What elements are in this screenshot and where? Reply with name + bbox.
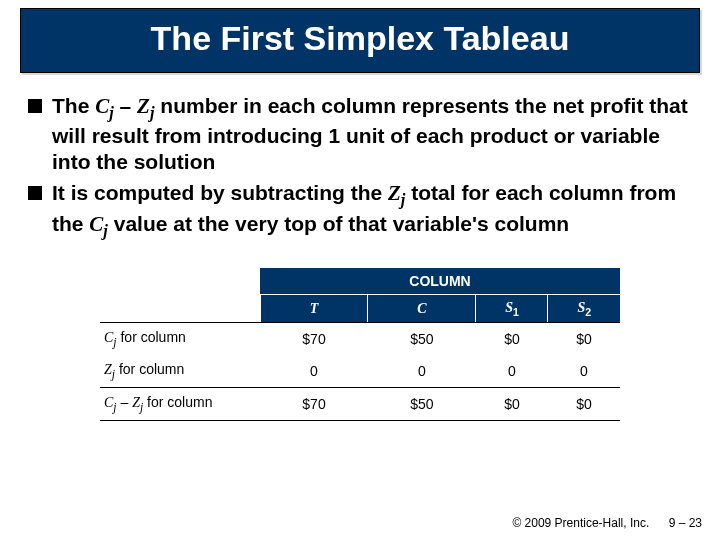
row-label-cj: Cj for column: [100, 323, 260, 355]
title-banner: The First Simplex Tableau: [20, 8, 700, 73]
cell-cj-S2: $0: [548, 323, 620, 355]
table-corner: [100, 267, 260, 294]
tableau-table: COLUMN T C S1 S2 Cj for column $70 $50 $…: [100, 267, 620, 421]
bullet-1: The Cj – Zj number in each column repres…: [28, 93, 692, 174]
copyright-text: © 2009 Prentice-Hall, Inc.: [512, 516, 649, 530]
col-header-C: C: [368, 294, 476, 323]
column-group-header: COLUMN: [260, 267, 620, 294]
col-header-S2: S2: [548, 294, 620, 323]
bullet-square-icon: [28, 99, 42, 113]
bullet-list: The Cj – Zj number in each column repres…: [28, 93, 692, 241]
col-header-T: T: [260, 294, 368, 323]
table-corner-2: [100, 294, 260, 323]
cell-zj-T: 0: [260, 355, 368, 387]
cell-cj-C: $50: [368, 323, 476, 355]
cell-cjzj-S1: $0: [476, 388, 548, 421]
cell-cjzj-S2: $0: [548, 388, 620, 421]
bullet-1-text: The Cj – Zj number in each column repres…: [52, 93, 692, 174]
bullet-2-text: It is computed by subtracting the Zj tot…: [52, 180, 692, 240]
page-title: The First Simplex Tableau: [21, 19, 699, 58]
row-label-zj: Zj for column: [100, 355, 260, 387]
cell-cjzj-T: $70: [260, 388, 368, 421]
cell-zj-S1: 0: [476, 355, 548, 387]
cell-cj-S1: $0: [476, 323, 548, 355]
cell-zj-S2: 0: [548, 355, 620, 387]
row-label-cj-zj: Cj – Zj for column: [100, 388, 260, 421]
page-number: 9 – 23: [669, 516, 702, 530]
col-header-S1: S1: [476, 294, 548, 323]
cell-zj-C: 0: [368, 355, 476, 387]
bullet-2: It is computed by subtracting the Zj tot…: [28, 180, 692, 240]
cell-cjzj-C: $50: [368, 388, 476, 421]
bullet-square-icon: [28, 186, 42, 200]
cell-cj-T: $70: [260, 323, 368, 355]
slide-footer: © 2009 Prentice-Hall, Inc. 9 – 23: [512, 516, 702, 530]
